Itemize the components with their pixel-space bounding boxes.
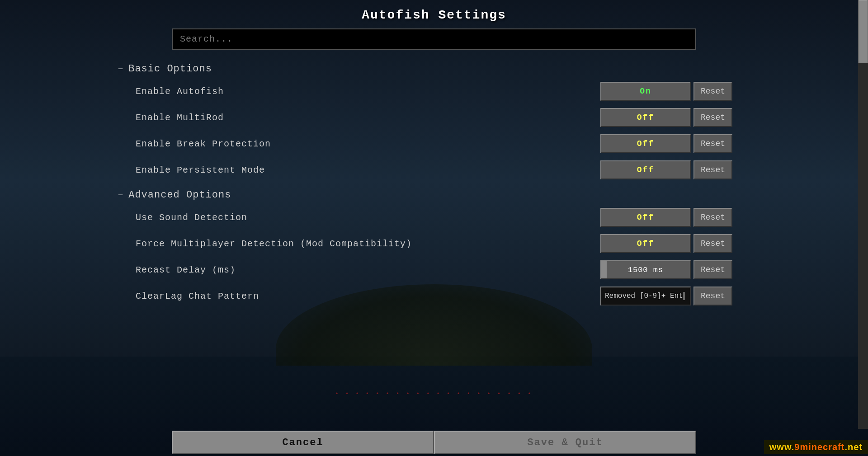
setting-label-enable-persistent-mode: Enable Persistent Mode (136, 165, 600, 175)
setting-label-enable-autofish: Enable Autofish (136, 86, 600, 97)
reset-btn-recast-delay[interactable]: Reset (693, 260, 732, 279)
section-dash: – (118, 189, 124, 201)
setting-label-clearlag-chat-pattern: ClearLag Chat Pattern (136, 291, 600, 301)
setting-controls-enable-break-protection: OffReset (600, 134, 732, 153)
setting-controls-clearlag-chat-pattern: Removed [0-9]+ EntReset (600, 287, 732, 306)
bottom-bar: Cancel Save & Quit (0, 429, 868, 456)
reset-btn-enable-autofish[interactable]: Reset (693, 82, 732, 101)
text-value: Removed [0-9]+ Ent (605, 292, 683, 300)
setting-controls-enable-autofish: OnReset (600, 82, 732, 101)
cancel-button[interactable]: Cancel (172, 431, 434, 454)
setting-row-enable-autofish: Enable AutofishOnReset (118, 78, 732, 104)
reset-btn-use-sound-detection[interactable]: Reset (693, 208, 732, 227)
watermark-www: www. (769, 442, 794, 452)
setting-row-use-sound-detection: Use Sound DetectionOffReset (118, 204, 732, 230)
save-quit-button[interactable]: Save & Quit (434, 431, 696, 454)
setting-row-force-multiplayer-detection: Force Multiplayer Detection (Mod Compati… (118, 230, 732, 257)
reset-btn-clearlag-chat-pattern[interactable]: Reset (693, 287, 732, 306)
setting-row-enable-persistent-mode: Enable Persistent ModeOffReset (118, 157, 732, 183)
scrollbar-thumb[interactable] (859, 0, 868, 63)
setting-controls-enable-multirod: OffReset (600, 108, 732, 127)
text-cursor (684, 292, 684, 300)
toggle-btn-enable-break-protection[interactable]: Off (600, 134, 691, 153)
section-label: Advanced Options (128, 189, 231, 201)
section-label: Basic Options (128, 63, 212, 75)
setting-controls-recast-delay: 1500 msReset (600, 260, 732, 279)
setting-label-enable-break-protection: Enable Break Protection (136, 139, 600, 149)
section-header-basic: –Basic Options (118, 57, 732, 78)
setting-row-enable-break-protection: Enable Break ProtectionOffReset (118, 131, 732, 157)
scrollbar-track[interactable] (858, 0, 868, 429)
reset-btn-enable-multirod[interactable]: Reset (693, 108, 732, 127)
search-input[interactable] (172, 28, 696, 50)
toggle-btn-force-multiplayer-detection[interactable]: Off (600, 234, 691, 253)
search-container (172, 28, 696, 50)
toggle-btn-use-sound-detection[interactable]: Off (600, 208, 691, 227)
section-dash: – (118, 63, 124, 75)
watermark-brand: 9minecraft (794, 442, 844, 452)
watermark: www.9minecraft.net (764, 440, 868, 454)
reset-btn-enable-persistent-mode[interactable]: Reset (693, 160, 732, 179)
setting-controls-force-multiplayer-detection: OffReset (600, 234, 732, 253)
slider-recast-delay[interactable]: 1500 ms (600, 260, 691, 279)
panel-title: Autofish Settings (362, 0, 506, 28)
setting-label-recast-delay: Recast Delay (ms) (136, 265, 600, 275)
setting-row-enable-multirod: Enable MultiRodOffReset (118, 104, 732, 131)
text-input-clearlag-chat-pattern[interactable]: Removed [0-9]+ Ent (600, 287, 691, 306)
setting-label-force-multiplayer-detection: Force Multiplayer Detection (Mod Compati… (136, 239, 600, 249)
settings-panel: Autofish Settings –Basic OptionsEnable A… (0, 0, 868, 456)
toggle-btn-enable-autofish[interactable]: On (600, 82, 691, 101)
setting-controls-use-sound-detection: OffReset (600, 208, 732, 227)
content-area[interactable]: –Basic OptionsEnable AutofishOnResetEnab… (108, 57, 760, 456)
toggle-btn-enable-multirod[interactable]: Off (600, 108, 691, 127)
toggle-btn-enable-persistent-mode[interactable]: Off (600, 160, 691, 179)
setting-label-enable-multirod: Enable MultiRod (136, 113, 600, 123)
watermark-net: .net (844, 442, 863, 452)
setting-controls-enable-persistent-mode: OffReset (600, 160, 732, 179)
setting-label-use-sound-detection: Use Sound Detection (136, 212, 600, 223)
section-header-advanced: –Advanced Options (118, 183, 732, 204)
reset-btn-enable-break-protection[interactable]: Reset (693, 134, 732, 153)
setting-row-clearlag-chat-pattern: ClearLag Chat PatternRemoved [0-9]+ EntR… (118, 283, 732, 309)
reset-btn-force-multiplayer-detection[interactable]: Reset (693, 234, 732, 253)
setting-row-recast-delay: Recast Delay (ms)1500 msReset (118, 257, 732, 283)
slider-value-recast-delay: 1500 ms (601, 266, 690, 274)
